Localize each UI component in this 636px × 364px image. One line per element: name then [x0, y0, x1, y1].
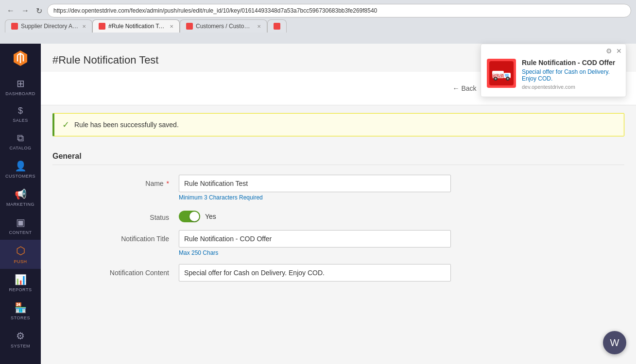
- page-title: #Rule Notification Test: [52, 54, 159, 66]
- popup-image: CASH ON DELIVERY: [487, 59, 516, 88]
- tab-close-icon[interactable]: ✕: [82, 24, 86, 29]
- svg-text:DELIVERY: DELIVERY: [492, 75, 504, 78]
- reload-btn[interactable]: ↻: [34, 5, 44, 17]
- tab-supplier[interactable]: Supplier Directory Analys... ✕: [5, 19, 92, 33]
- tab-favicon-extra: [274, 23, 280, 30]
- sidebar-label-reports: REPORTS: [9, 287, 32, 292]
- settings-fab-button[interactable]: W: [603, 331, 626, 354]
- status-value-label: Yes: [205, 213, 216, 220]
- notification-title-input[interactable]: [179, 230, 451, 248]
- sidebar-label-customers: CUSTOMERS: [5, 174, 35, 179]
- sidebar-label-stores: STORES: [11, 315, 30, 320]
- back-button[interactable]: ← Back: [452, 84, 476, 92]
- section-title-general: General: [52, 144, 624, 165]
- notification-title-hint: Max 250 Chars: [179, 249, 451, 256]
- tab-title-customers: Customers / Customers / ...: [196, 23, 254, 30]
- notification-content-input[interactable]: [179, 264, 451, 281]
- sidebar-item-stores[interactable]: 🏪 STORES: [0, 297, 41, 325]
- name-field-row: Name * Minimum 3 Characters Required: [52, 175, 624, 201]
- sidebar-item-content[interactable]: ▣ CONTENT: [0, 212, 41, 240]
- tabs-row: Supplier Directory Analys... ✕ #Rule Not…: [0, 19, 636, 33]
- svg-rect-7: [505, 74, 509, 77]
- form-section: General Name * Minimum 3 Characters Requ…: [41, 144, 636, 281]
- status-toggle[interactable]: [179, 211, 200, 222]
- tab-favicon-customers: [186, 23, 193, 30]
- notification-title-field: Max 250 Chars: [179, 230, 451, 256]
- name-label: Name *: [91, 175, 179, 187]
- cod-delivery-image: CASH ON DELIVERY: [489, 61, 514, 85]
- address-bar[interactable]: [47, 4, 631, 17]
- success-banner: ✓ Rule has been successfully saved.: [52, 113, 624, 136]
- status-field: Yes: [179, 209, 451, 222]
- sidebar-item-dashboard[interactable]: ⊞ DASHBOARD: [0, 73, 41, 101]
- tab-favicon-active: [99, 23, 105, 30]
- tab-close-customers-icon[interactable]: ✕: [257, 24, 261, 29]
- popup-title: Rule Notification - COD Offer: [522, 59, 620, 66]
- sidebar-item-sales[interactable]: $ SALES: [0, 101, 41, 128]
- sidebar-label-marketing: MARKETING: [6, 202, 34, 207]
- toggle-knob: [189, 212, 199, 221]
- tab-title: Supplier Directory Analys...: [21, 23, 79, 30]
- magento-logo-icon: [11, 49, 30, 68]
- name-hint: Minimum 3 Characters Required: [179, 194, 451, 201]
- sidebar: ⊞ DASHBOARD $ SALES ⧉ CATALOG 👤 CUSTOMER…: [0, 44, 41, 364]
- stores-icon: 🏪: [15, 302, 27, 314]
- sidebar-item-reports[interactable]: 📊 REPORTS: [0, 269, 41, 297]
- sidebar-label-catalog: CATALOG: [9, 146, 31, 150]
- sidebar-item-customers[interactable]: 👤 CUSTOMERS: [0, 155, 41, 183]
- sidebar-item-system[interactable]: ⚙ SYSTEM: [0, 325, 41, 353]
- push-icon: ⬡: [16, 245, 25, 257]
- required-indicator: *: [167, 180, 169, 187]
- notification-title-row: Notification Title Max 250 Chars: [52, 230, 624, 256]
- settings-fab-icon: W: [610, 337, 619, 348]
- popup-domain: dev.opentestdrive.com: [522, 84, 620, 90]
- forward-nav-btn[interactable]: →: [19, 5, 31, 16]
- tab-favicon: [11, 23, 18, 30]
- tab-extra[interactable]: [267, 19, 287, 33]
- customers-icon: 👤: [15, 160, 27, 172]
- sales-icon: $: [18, 106, 23, 116]
- sidebar-label-dashboard: DASHBOARD: [5, 91, 35, 96]
- system-icon: ⚙: [16, 330, 25, 342]
- tab-close-active-icon[interactable]: ✕: [170, 24, 173, 29]
- back-arrow-icon: ←: [452, 84, 459, 92]
- sidebar-logo: [0, 44, 41, 73]
- back-nav-btn[interactable]: ←: [5, 5, 17, 16]
- svg-point-4: [495, 78, 497, 80]
- reports-icon: 📊: [15, 274, 27, 285]
- success-message: Rule has been successfully saved.: [74, 121, 179, 129]
- sidebar-label-content: CONTENT: [9, 230, 32, 235]
- notification-content-row: Notification Content: [52, 264, 624, 281]
- tab-customers[interactable]: Customers / Customers / ... ✕: [180, 19, 267, 33]
- notification-title-label: Notification Title: [91, 230, 179, 243]
- sidebar-label-system: SYSTEM: [11, 344, 30, 348]
- catalog-icon: ⧉: [17, 132, 24, 144]
- sidebar-item-marketing[interactable]: 📢 MARKETING: [0, 183, 41, 212]
- marketing-icon: 📢: [15, 188, 27, 200]
- content-icon: ▣: [16, 216, 25, 228]
- name-input[interactable]: [179, 175, 451, 192]
- notification-content-label: Notification Content: [91, 264, 179, 277]
- popup-close-icon[interactable]: ✕: [616, 47, 622, 55]
- push-notification-popup: ⚙ ✕ CASH ON DELIVERY Rul: [481, 44, 626, 97]
- status-field-row: Status Yes: [52, 209, 624, 222]
- success-check-icon: ✓: [62, 119, 69, 130]
- popup-body: CASH ON DELIVERY Rule Notification - COD…: [481, 55, 626, 97]
- sidebar-item-push[interactable]: ⬡ PUSH: [0, 240, 41, 269]
- sidebar-item-catalog[interactable]: ⧉ CATALOG: [0, 128, 41, 155]
- popup-content: Rule Notification - COD Offer Special of…: [522, 59, 620, 90]
- name-field: Minimum 3 Characters Required: [179, 175, 451, 201]
- sidebar-label-sales: SALES: [13, 118, 28, 123]
- tab-rule-notification[interactable]: #Rule Notification Test / N... ✕: [92, 19, 180, 33]
- popup-header: ⚙ ✕: [481, 44, 626, 55]
- popup-settings-icon[interactable]: ⚙: [606, 47, 612, 55]
- sidebar-label-push: PUSH: [14, 259, 27, 264]
- browser-controls: ← → ↻: [0, 0, 636, 19]
- popup-description: Special offer for Cash on Delivery. Enjo…: [522, 68, 620, 82]
- browser-chrome: ← → ↻ Supplier Directory Analys... ✕ #Ru…: [0, 0, 636, 44]
- status-label: Status: [91, 209, 179, 221]
- svg-point-6: [507, 78, 509, 80]
- tab-title-active: #Rule Notification Test / N...: [108, 23, 167, 30]
- dashboard-icon: ⊞: [17, 78, 25, 89]
- toggle-wrapper: Yes: [179, 209, 451, 222]
